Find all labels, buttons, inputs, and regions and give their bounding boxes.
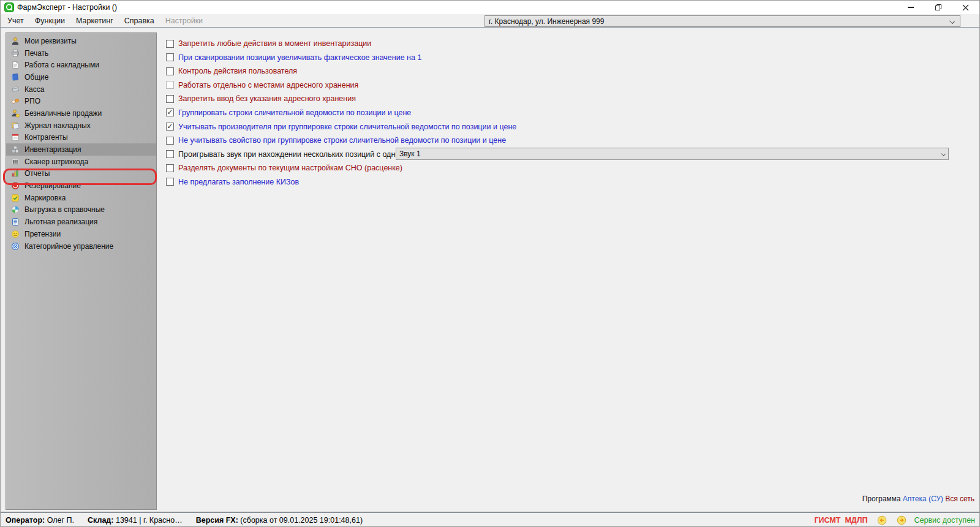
sidebar-item-4[interactable]: Общие [6, 71, 156, 83]
sidebar-item-16[interactable]: Льготная реализация [6, 216, 156, 228]
menu-item-3[interactable]: Маркетинг [70, 17, 119, 25]
sidebar-item-label: Журнал накладных [24, 121, 91, 130]
program-scope: Вся сеть [945, 495, 974, 503]
inventory-icon [11, 145, 20, 154]
operator-value: Олег П. [47, 516, 74, 525]
cash-register-icon [11, 85, 20, 94]
sidebar-item-15[interactable]: Выгрузка в справочные [6, 204, 156, 216]
sidebar-item-5[interactable]: Касса [6, 83, 156, 96]
minimize-icon [908, 7, 914, 8]
checkbox-label: Запретить любые действия в момент инвент… [178, 39, 371, 48]
checkbox-unchecked[interactable] [166, 81, 174, 89]
setting-row-8: Не учитывать свойство при группировке ст… [166, 136, 516, 145]
version-label: Версия FX: [196, 516, 238, 525]
sidebar-item-9[interactable]: Контрагенты [6, 132, 156, 144]
program-info: Программа Аптека (СУ) Вся сеть [862, 495, 974, 503]
branch-selector-value: г. Краснодар, ул. Инженерная 999 [489, 17, 604, 26]
checkbox-unchecked[interactable] [166, 137, 174, 145]
checkbox-label: Группировать строки сличительной ведомос… [178, 108, 411, 117]
menu-item-4[interactable]: Справка [119, 17, 160, 25]
sidebar-item-label: Контрагенты [24, 133, 68, 142]
sidebar-item-10[interactable]: Инвентаризация [6, 143, 156, 156]
sidebar-item-12[interactable]: Отчеты [6, 168, 156, 180]
checkbox-unchecked[interactable] [166, 150, 174, 158]
setting-row-10: Разделять документы по текущим настройка… [166, 164, 516, 172]
checkbox-checked[interactable]: ✓ [166, 108, 174, 116]
setting-row-11: Не предлагать заполнение КИЗов [166, 178, 516, 186]
checkbox-label: Контроль действия пользователя [178, 67, 297, 75]
menu-items: УчетФункцииМаркетингСправкаНастройки [2, 14, 208, 27]
checkbox-checked[interactable]: ✓ [166, 123, 174, 131]
sidebar-item-11[interactable]: Сканер штрихкода [6, 156, 156, 168]
gismt-status: ГИСМТ [814, 516, 840, 525]
settings-panel: Запретить любые действия в момент инвент… [166, 39, 516, 192]
sidebar-item-7[interactable]: Безналичные продажи [6, 107, 156, 119]
setting-row-3: Контроль действия пользователя [166, 67, 516, 75]
title-bar: ФармЭксперт - Настройки () [1, 1, 979, 14]
restore-button[interactable] [924, 1, 952, 14]
checkbox-label: Разделять документы по текущим настройка… [178, 164, 402, 172]
window-controls [897, 1, 979, 14]
checkbox-label: При сканировании позиции увеличивать фак… [178, 53, 421, 62]
close-button[interactable] [952, 1, 979, 14]
branch-selector[interactable]: г. Краснодар, ул. Инженерная 999 [484, 15, 960, 27]
export-icon [11, 205, 20, 214]
sidebar-item-label: Работа с накладными [24, 61, 99, 69]
service-status: Сервис доступен [914, 516, 975, 525]
status-right: ГИСМТ МДЛП Сервис доступен [814, 515, 975, 525]
person-icon [11, 37, 20, 45]
pill-icon [11, 97, 20, 105]
setting-row-6: ✓Группировать строки сличительной ведомо… [166, 108, 516, 117]
barcode-icon [11, 157, 20, 166]
sidebar-item-label: Касса [24, 85, 44, 94]
sidebar-item-6[interactable]: РПО [6, 95, 156, 107]
checkbox-unchecked[interactable] [166, 164, 174, 172]
printer-icon [11, 49, 20, 58]
menu-item-2[interactable]: Функции [29, 17, 70, 25]
stock-value: 13941 | г. Красно… [116, 516, 183, 525]
version-value: (сборка от 09.01.2025 19:01:48,61) [240, 516, 363, 525]
sidebar-item-2[interactable]: Печать [6, 47, 156, 59]
sidebar-item-label: Инвентаризация [24, 145, 81, 154]
menu-item-1[interactable]: Учет [2, 17, 29, 25]
sidebar-item-label: Печать [24, 49, 48, 58]
marking-icon [11, 194, 20, 202]
sound-combobox[interactable]: Звук 1 [396, 148, 949, 160]
sidebar-item-3[interactable]: Работа с накладными [6, 59, 156, 71]
checkbox-label: Запретить ввод без указания адресного хр… [178, 94, 356, 103]
coin-arrow-right-icon [897, 515, 907, 525]
setting-row-9: Проигрывать звук при нахождении нескольк… [166, 150, 516, 159]
settings-window-body: Мои реквизитыПечатьРабота с накладнымиОб… [1, 28, 979, 512]
menu-bar: УчетФункцииМаркетингСправкаНастройки г. … [1, 14, 979, 28]
checkbox-unchecked[interactable] [166, 40, 174, 48]
operator-label: Оператор: [6, 516, 45, 525]
app-icon [4, 2, 14, 12]
checkbox-label: Проигрывать звук при нахождении нескольк… [178, 150, 418, 159]
sidebar-item-14[interactable]: Маркировка [6, 192, 156, 204]
minimize-button[interactable] [897, 1, 924, 14]
sidebar-item-1[interactable]: Мои реквизиты [6, 35, 156, 47]
status-bar: Оператор: Олег П. Склад: 13941 | г. Крас… [1, 512, 979, 527]
program-link[interactable]: Аптека (СУ) [903, 495, 943, 503]
sidebar-item-label: Безналичные продажи [24, 109, 102, 118]
sidebar-item-label: Мои реквизиты [24, 37, 77, 45]
checkbox-unchecked[interactable] [166, 53, 174, 61]
sidebar-item-13[interactable]: Резервирование [6, 180, 156, 192]
checkbox-unchecked[interactable] [166, 178, 174, 186]
coin-arrow-left-icon [877, 515, 887, 525]
sidebar-item-17[interactable]: Претензии [6, 228, 156, 240]
checkbox-unchecked[interactable] [166, 95, 174, 103]
sidebar-item-label: Льготная реализация [24, 218, 97, 226]
status-left: Оператор: Олег П. Склад: 13941 | г. Крас… [6, 516, 376, 525]
privilege-icon [11, 218, 20, 226]
menu-item-5: Настройки [160, 17, 208, 25]
sidebar-item-8[interactable]: Журнал накладных [6, 119, 156, 132]
program-label: Программа [862, 495, 901, 503]
settings-sidebar: Мои реквизитыПечатьРабота с накладнымиОб… [6, 32, 157, 510]
sidebar-item-label: Категорийное управление [24, 242, 113, 251]
sidebar-item-label: Претензии [24, 230, 61, 238]
checkbox-unchecked[interactable] [166, 67, 174, 75]
cashless-icon [11, 109, 20, 118]
sidebar-item-18[interactable]: Категорийное управление [6, 240, 156, 252]
setting-row-7: ✓Учитывать производителя при группировке… [166, 123, 516, 131]
